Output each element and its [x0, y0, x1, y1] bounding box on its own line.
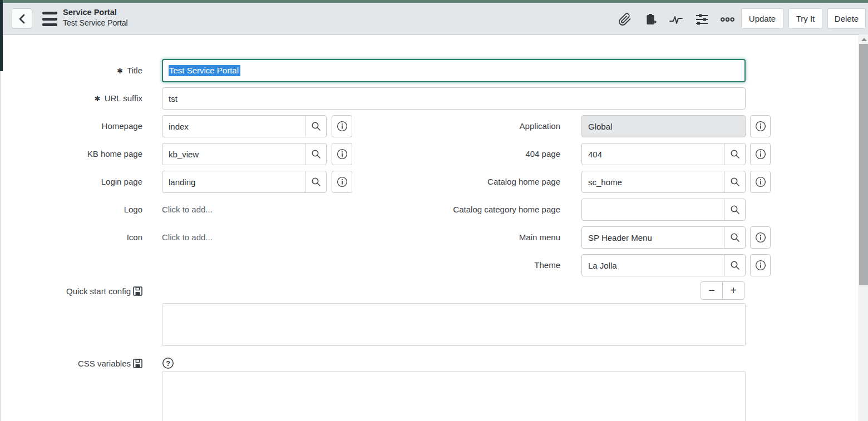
icon-label: Icon — [22, 226, 142, 249]
quick-start-config-textarea[interactable] — [162, 303, 746, 346]
page-404-label: 404 page — [389, 143, 560, 165]
homepage-label: Homepage — [22, 115, 142, 137]
back-button[interactable] — [12, 8, 32, 29]
vertical-scrollbar[interactable] — [859, 34, 868, 421]
page-404-lookup-button[interactable] — [724, 143, 746, 165]
application-input — [581, 115, 746, 137]
up-arrow-icon — [861, 38, 867, 41]
copy-record-button[interactable] — [643, 12, 658, 27]
catalog-category-home-page-input[interactable] — [581, 199, 724, 221]
icon-add-link[interactable]: Click to add... — [162, 226, 213, 249]
scrollbar-thumb[interactable] — [859, 44, 868, 285]
required-marker: ✱ — [95, 95, 101, 103]
info-icon — [755, 121, 766, 132]
search-icon — [730, 149, 740, 159]
login-page-input[interactable] — [162, 171, 305, 193]
login-page-lookup-button[interactable] — [305, 171, 327, 193]
catalog-home-page-label: Catalog home page — [389, 171, 560, 193]
service-portal-form-page: Service Portal Test Service Portal — [0, 0, 868, 421]
chevron-left-icon — [18, 14, 26, 24]
quick-start-config-label: Quick start config — [22, 284, 143, 298]
login-page-label: Login page — [22, 171, 142, 193]
info-icon — [755, 176, 766, 187]
scrollbar-up-button[interactable] — [859, 34, 868, 44]
editor-size-stepper: − + — [701, 281, 744, 300]
info-icon — [337, 176, 348, 187]
search-icon — [730, 177, 740, 187]
save-disk-icon — [132, 358, 143, 369]
css-variables-help-button[interactable]: ? — [162, 357, 174, 372]
theme-input[interactable] — [581, 254, 724, 276]
save-disk-icon — [132, 286, 143, 296]
homepage-info-button[interactable] — [332, 115, 352, 137]
kb-home-page-label: KB home page — [22, 143, 142, 165]
search-icon — [311, 177, 321, 187]
url-suffix-label: ✱URL suffix — [22, 87, 142, 110]
form-context-menu-icon[interactable] — [42, 12, 57, 26]
more-options-button[interactable] — [720, 12, 735, 27]
personalize-form-button[interactable] — [694, 12, 709, 27]
kb-home-page-lookup-button[interactable] — [305, 143, 327, 165]
application-info-button[interactable] — [750, 115, 771, 137]
ellipsis-icon — [720, 16, 735, 23]
delete-button[interactable]: Delete — [827, 8, 866, 29]
url-suffix-input[interactable] — [162, 87, 746, 110]
search-icon — [311, 121, 321, 131]
logo-label: Logo — [22, 199, 142, 221]
kb-home-page-info-button[interactable] — [332, 143, 352, 165]
info-icon — [755, 232, 766, 243]
css-variables-textarea[interactable] — [162, 371, 746, 421]
selected-text: Test Service Portal — [169, 65, 240, 76]
paperclip-icon — [618, 13, 632, 26]
record-subtitle: Test Service Portal — [63, 18, 128, 28]
catalog-home-page-input[interactable] — [581, 171, 724, 193]
page-404-info-button[interactable] — [750, 143, 771, 165]
left-edge-strip — [0, 0, 3, 71]
main-menu-input[interactable] — [581, 226, 724, 249]
record-type-title: Service Portal — [63, 7, 128, 18]
update-button[interactable]: Update — [741, 8, 783, 29]
theme-info-button[interactable] — [750, 254, 771, 276]
theme-lookup-button[interactable] — [724, 254, 746, 276]
question-mark-icon: ? — [162, 357, 174, 369]
left-edge-line — [0, 71, 1, 421]
header-titles: Service Portal Test Service Portal — [63, 7, 128, 28]
clipboard-arrow-icon — [644, 13, 657, 26]
attachment-button[interactable] — [617, 12, 632, 27]
activity-stream-button[interactable] — [668, 12, 683, 27]
search-icon — [730, 232, 740, 242]
main-menu-lookup-button[interactable] — [724, 226, 746, 249]
main-menu-label: Main menu — [389, 226, 560, 249]
search-icon — [311, 149, 321, 159]
css-variables-label: CSS variables — [22, 356, 143, 370]
increase-size-button[interactable]: + — [722, 281, 744, 300]
required-marker: ✱ — [117, 67, 123, 75]
info-icon — [755, 260, 766, 271]
try-it-button[interactable]: Try It — [788, 8, 822, 29]
pulse-icon — [669, 13, 683, 26]
login-page-info-button[interactable] — [332, 171, 352, 193]
info-icon — [337, 148, 348, 160]
kb-home-page-input[interactable] — [162, 143, 305, 165]
search-icon — [730, 260, 740, 270]
info-icon — [755, 148, 766, 160]
catalog-home-page-lookup-button[interactable] — [724, 171, 746, 193]
sliders-icon — [695, 13, 709, 26]
title-input[interactable]: Test Service Portal — [162, 59, 746, 82]
catalog-category-home-page-lookup-button[interactable] — [724, 199, 746, 221]
catalog-category-home-page-label: Catalog category home page — [389, 199, 560, 221]
logo-add-link[interactable]: Click to add... — [162, 199, 213, 221]
form-header — [0, 3, 868, 35]
main-menu-info-button[interactable] — [750, 226, 771, 249]
decrease-size-button[interactable]: − — [701, 281, 723, 300]
page-404-input[interactable] — [581, 143, 724, 165]
theme-label: Theme — [389, 254, 560, 276]
search-icon — [730, 205, 740, 215]
catalog-home-page-info-button[interactable] — [750, 171, 771, 193]
svg-text:?: ? — [166, 360, 170, 368]
homepage-input[interactable] — [162, 115, 305, 137]
application-label: Application — [389, 115, 560, 137]
title-label: ✱Title — [22, 60, 142, 82]
homepage-lookup-button[interactable] — [305, 115, 327, 137]
info-icon — [337, 121, 348, 132]
